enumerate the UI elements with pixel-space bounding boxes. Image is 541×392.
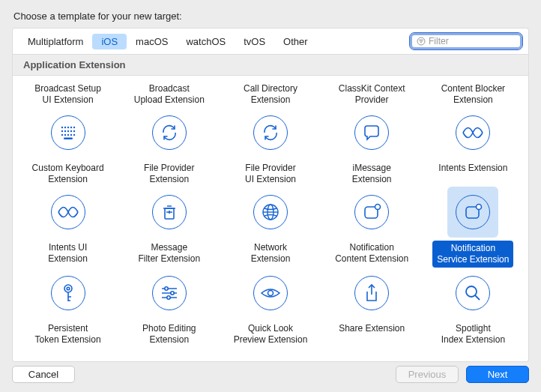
svg-point-7 xyxy=(70,127,71,128)
svg-rect-19 xyxy=(64,138,73,139)
svg-point-14 xyxy=(61,134,62,136)
template-label: Intents UI Extension xyxy=(45,241,91,266)
svg-point-11 xyxy=(67,130,68,132)
template-label: iMessage Extension xyxy=(349,161,395,187)
tab-macos[interactable]: macOS xyxy=(127,34,177,49)
svg-point-6 xyxy=(67,127,68,128)
previous-button: Previous xyxy=(396,366,459,383)
template-label: Notification Service Extension xyxy=(432,241,513,268)
template-item[interactable]: Share Extension xyxy=(321,268,423,347)
sync-icon xyxy=(253,115,288,150)
tab-multiplatform[interactable]: Multiplatform xyxy=(19,34,92,49)
template-icon-slot xyxy=(245,187,296,238)
template-item[interactable]: Intents UI Extension xyxy=(17,187,118,268)
svg-point-8 xyxy=(73,127,74,128)
template-grid-container: Broadcast Setup UI ExtensionBroadcast Up… xyxy=(12,76,529,362)
template-item[interactable]: ClassKit Context Provider xyxy=(321,80,423,107)
template-item[interactable]: iMessage Extension xyxy=(321,107,423,187)
template-icon-slot xyxy=(447,187,498,238)
template-item[interactable]: Notification Service Extension xyxy=(423,187,524,268)
svg-point-15 xyxy=(64,134,65,136)
svg-point-13 xyxy=(73,130,74,132)
template-item[interactable]: Quick Look Preview Extension xyxy=(220,268,321,347)
template-item[interactable]: Broadcast Setup UI Extension xyxy=(17,80,118,107)
keyboard-icon xyxy=(51,115,85,150)
svg-point-12 xyxy=(70,130,71,132)
svg-point-33 xyxy=(67,287,70,290)
template-icon-slot xyxy=(346,268,397,319)
template-item[interactable]: Message Filter Extension xyxy=(118,187,220,268)
template-label: Spotlight Index Extension xyxy=(438,322,508,347)
template-icon-slot xyxy=(245,107,296,158)
svg-point-5 xyxy=(64,127,65,128)
template-item[interactable]: Broadcast Upload Extension xyxy=(118,80,220,107)
key-icon xyxy=(51,276,85,310)
template-item[interactable]: Persistent Token Extension xyxy=(17,268,118,347)
template-item[interactable]: Custom Keyboard Extension xyxy=(17,107,118,187)
template-item[interactable]: Notification Content Extension xyxy=(321,187,423,268)
template-label: Broadcast Upload Extension xyxy=(131,82,208,107)
template-label: Quick Look Preview Extension xyxy=(231,322,311,347)
template-label: Call Directory Extension xyxy=(241,82,300,107)
template-icon-slot xyxy=(346,187,397,238)
svg-point-40 xyxy=(171,292,174,295)
template-item[interactable]: Photo Editing Extension xyxy=(118,268,220,347)
template-grid: Broadcast Setup UI ExtensionBroadcast Up… xyxy=(13,76,528,355)
svg-point-42 xyxy=(167,296,170,299)
svg-point-32 xyxy=(64,285,72,292)
template-item[interactable]: File Provider Extension xyxy=(118,107,220,187)
template-label: Share Extension xyxy=(336,322,408,336)
template-icon-slot xyxy=(43,268,94,319)
template-icon-slot xyxy=(447,107,498,158)
template-label: Persistent Token Extension xyxy=(32,322,104,347)
svg-point-29 xyxy=(375,205,381,210)
template-label: File Provider Extension xyxy=(141,161,197,187)
svg-point-17 xyxy=(70,134,71,136)
sync-icon xyxy=(152,115,187,150)
dialog-title: Choose a template for your new target: xyxy=(0,0,541,28)
tab-other[interactable]: Other xyxy=(274,34,317,49)
eye-icon xyxy=(253,276,288,310)
dialog-footer: Cancel Previous Next xyxy=(0,358,541,392)
template-label: ClassKit Context Provider xyxy=(336,82,408,107)
notification-icon xyxy=(456,195,490,229)
cancel-button[interactable]: Cancel xyxy=(12,366,75,383)
svg-point-31 xyxy=(477,205,482,210)
template-item[interactable]: Call Directory Extension xyxy=(220,80,321,107)
svg-point-16 xyxy=(67,134,68,136)
tab-watchos[interactable]: watchOS xyxy=(177,34,235,49)
sliders-icon xyxy=(152,276,187,310)
share-icon xyxy=(354,276,389,310)
filter-input[interactable] xyxy=(426,36,516,46)
notification-icon xyxy=(354,195,389,229)
template-item[interactable]: Intents Extension xyxy=(423,107,524,187)
tab-ios[interactable]: iOS xyxy=(92,34,127,49)
template-item[interactable]: Content Blocker Extension xyxy=(423,80,524,107)
template-label: Broadcast Setup UI Extension xyxy=(31,82,104,107)
next-button[interactable]: Next xyxy=(466,366,529,383)
filter-icon xyxy=(417,37,426,46)
svg-point-18 xyxy=(73,134,74,136)
template-icon-slot xyxy=(43,187,94,238)
template-label: Message Filter Extension xyxy=(135,241,203,266)
bubble-icon xyxy=(354,115,389,150)
template-item[interactable]: Network Extension xyxy=(220,187,321,268)
template-label: Network Extension xyxy=(248,241,294,266)
svg-point-43 xyxy=(268,291,273,296)
globe-icon xyxy=(253,195,288,229)
wave-icon xyxy=(51,195,85,229)
svg-point-4 xyxy=(61,127,62,128)
svg-point-10 xyxy=(64,130,65,132)
platform-tab-bar: Multiplatform iOS macOS watchOS tvOS Oth… xyxy=(12,28,529,54)
svg-point-38 xyxy=(165,287,168,290)
section-header: Application Extension xyxy=(12,54,529,76)
template-icon-slot xyxy=(447,268,498,319)
template-icon-slot xyxy=(144,107,195,158)
template-item[interactable]: File Provider UI Extension xyxy=(220,107,321,187)
tab-tvos[interactable]: tvOS xyxy=(235,34,274,49)
template-item[interactable]: Spotlight Index Extension xyxy=(423,268,524,347)
svg-point-45 xyxy=(466,286,477,297)
template-icon-slot xyxy=(43,107,94,158)
template-icon-slot xyxy=(346,107,397,158)
filter-field[interactable] xyxy=(410,33,522,49)
